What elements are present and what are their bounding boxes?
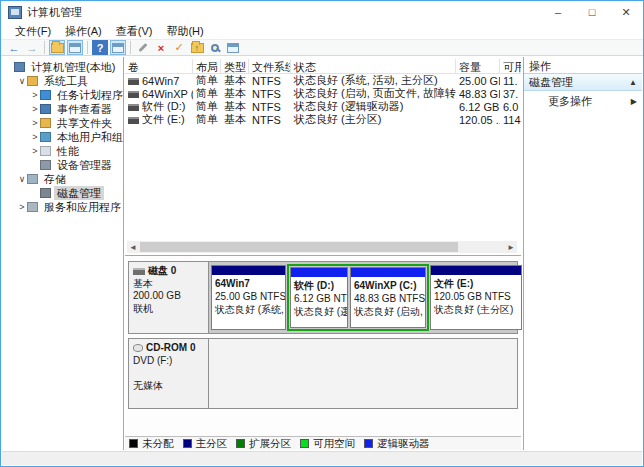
computer-icon	[14, 62, 25, 72]
partition-64winxpc[interactable]: 64WinXP (C:)48.83 GB NTFS状态良好 (启动, 页	[350, 267, 426, 328]
column-header-capacity[interactable]: 容量	[456, 59, 500, 73]
more-actions-label: 更多操作	[548, 94, 631, 109]
cdrom-status: 无媒体	[133, 380, 204, 393]
scrollbar-thumb[interactable]	[140, 242, 458, 252]
back-icon[interactable]: ←	[6, 40, 22, 55]
folder-up-icon[interactable]: ↑	[189, 40, 205, 55]
delete-icon[interactable]: ×	[153, 40, 169, 55]
expander-icon[interactable]: >	[30, 118, 40, 128]
collapse-icon[interactable]: ▲	[629, 78, 637, 87]
legend-label: 可用空间	[313, 437, 355, 451]
tree-item-label: 服务和应用程序	[41, 200, 123, 214]
horizontal-scrollbar[interactable]: ◄ ►	[127, 241, 517, 253]
expander-icon[interactable]: >	[30, 104, 40, 114]
forward-icon[interactable]: →	[24, 40, 40, 55]
storage-icon	[27, 174, 38, 184]
partition-d[interactable]: 软件 (D:)6.12 GB NTFS状态良好 (逻辑	[290, 267, 348, 328]
expander-icon[interactable]: >	[17, 202, 27, 212]
view-window-icon[interactable]	[225, 40, 241, 55]
volume-icon	[128, 104, 139, 111]
cdrom-name: CD-ROM 0	[146, 342, 195, 355]
cell-capacity: 25.00 GB	[456, 75, 500, 87]
shared-folders-icon	[40, 118, 51, 128]
cdrom-empty-area	[209, 339, 517, 408]
tree-item-task-scheduler[interactable]: >任务计划程序	[2, 88, 123, 102]
actions-section-label: 磁盘管理	[529, 75, 629, 90]
more-actions-item[interactable]: 更多操作 ▶	[524, 91, 642, 111]
status-bar	[2, 451, 642, 465]
tree-item-label: 本地用户和组	[54, 130, 123, 144]
column-header-type[interactable]: 类型	[221, 59, 249, 73]
help-icon[interactable]: ?	[92, 40, 108, 55]
maximize-button[interactable]: □	[575, 1, 609, 23]
disk0-size: 200.00 GB	[133, 290, 204, 303]
toolbar-separator	[87, 41, 88, 54]
cell-status: 状态良好 (主分区)	[291, 112, 456, 127]
expander-icon[interactable]: ∨	[17, 76, 27, 86]
disk0-label[interactable]: 磁盘 0 基本 200.00 GB 联机	[129, 262, 209, 333]
expander-icon[interactable]: >	[30, 146, 40, 156]
computer-management-window: 计算机管理 – □ ✕ 文件(F)操作(A)查看(V)帮助(H) ←→?×✓↑ …	[0, 0, 644, 467]
column-header-layout[interactable]: 布局	[193, 59, 221, 73]
volume-icon	[128, 78, 139, 85]
column-header-volume[interactable]: 卷	[125, 59, 193, 73]
menu-bar: 文件(F)操作(A)查看(V)帮助(H)	[1, 23, 643, 39]
tree-item-device-manager[interactable]: 设备管理器	[2, 158, 123, 172]
tree-item-shared-folders[interactable]: >共享文件夹	[2, 116, 123, 130]
tree-item-label: 事件查看器	[54, 102, 115, 116]
tree-item-system-tools[interactable]: ∨系统工具	[2, 74, 123, 88]
partition-64win7[interactable]: 64Win725.00 GB NTFS状态良好 (系统, 活	[211, 265, 286, 330]
properties-window-icon[interactable]	[110, 40, 126, 55]
search-icon[interactable]	[207, 40, 223, 55]
cell-free: 37.	[500, 88, 521, 100]
legend-label: 逻辑驱动器	[377, 437, 430, 451]
check-icon[interactable]: ✓	[171, 40, 187, 55]
legend-item: 可用空间	[300, 437, 355, 451]
actions-title: 操作	[524, 57, 642, 74]
legend-item: 主分区	[183, 437, 228, 451]
expander-icon[interactable]: ∨	[17, 174, 27, 184]
column-header-free[interactable]: 可用	[500, 59, 521, 73]
column-header-fs[interactable]: 文件系统	[249, 59, 291, 73]
expander-icon[interactable]: >	[30, 132, 40, 142]
tree-item-local-users-groups[interactable]: >本地用户和组	[2, 130, 123, 144]
partition-type-bar	[351, 268, 425, 277]
console-window-icon[interactable]	[67, 40, 83, 55]
cell-free: 11.	[500, 75, 521, 87]
tree-item-performance[interactable]: >性能	[2, 144, 123, 158]
tree-item-disk-management[interactable]: 磁盘管理	[2, 186, 123, 200]
legend-color-swatch	[300, 439, 309, 448]
close-button[interactable]: ✕	[609, 1, 643, 23]
volume-icon	[128, 91, 139, 98]
expander-icon[interactable]: >	[30, 90, 40, 100]
tree-item-computer[interactable]: 计算机管理(本地)	[2, 60, 123, 74]
disk0-status: 联机	[133, 303, 204, 316]
cell-capacity: 6.12 GB	[456, 101, 500, 113]
volume-list-pane: 卷布局类型文件系统状态容量可用 64Win7简单基本NTFS状态良好 (系统, …	[125, 57, 521, 255]
disk0-partitions: 64Win725.00 GB NTFS状态良好 (系统, 活软件 (D:)6.1…	[209, 262, 524, 333]
task-scheduler-icon	[40, 90, 51, 100]
wrench-icon[interactable]	[135, 40, 151, 55]
cell-layout: 简单	[193, 112, 221, 127]
menu-item[interactable]: 操作(A)	[58, 23, 109, 39]
minimize-button[interactable]: –	[541, 1, 575, 23]
disk-management-pane: 卷布局类型文件系统状态容量可用 64Win7简单基本NTFS状态良好 (系统, …	[125, 57, 521, 450]
scroll-right-icon[interactable]: ►	[505, 243, 517, 252]
toolbar-separator	[44, 41, 45, 54]
partition-e[interactable]: 文件 (E:)120.05 GB NTFS状态良好 (主分区)	[430, 265, 522, 330]
tree-item-event-viewer[interactable]: >事件查看器	[2, 102, 123, 116]
legend-color-swatch	[364, 439, 373, 448]
submenu-arrow-icon: ▶	[631, 97, 637, 106]
table-row[interactable]: 文件 (E:)简单基本NTFS状态良好 (主分区)120.05 ...114	[125, 113, 521, 126]
menu-item[interactable]: 帮助(H)	[159, 23, 210, 39]
tree-item-storage[interactable]: ∨存储	[2, 172, 123, 186]
scroll-left-icon[interactable]: ◄	[127, 243, 139, 252]
column-header-status[interactable]: 状态	[291, 59, 456, 73]
actions-disk-management-section[interactable]: 磁盘管理 ▲	[524, 74, 642, 91]
cdrom-label[interactable]: CD-ROM 0 DVD (F:) 无媒体	[129, 339, 209, 408]
show-console-tree-icon[interactable]	[49, 40, 65, 55]
tree-item-services-applications[interactable]: >服务和应用程序	[2, 200, 123, 214]
menu-item[interactable]: 文件(F)	[8, 23, 58, 39]
menu-item[interactable]: 查看(V)	[109, 23, 160, 39]
title-bar: 计算机管理 – □ ✕	[1, 1, 643, 23]
